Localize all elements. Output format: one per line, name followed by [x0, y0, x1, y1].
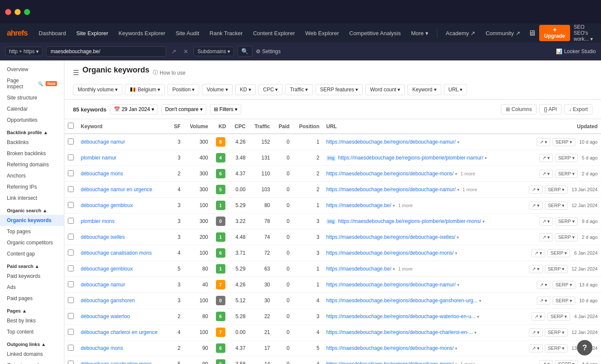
sidebar-item-paid-keywords[interactable]: Paid keywords: [0, 271, 64, 282]
sidebar-item-opportunities[interactable]: Opportunities: [0, 114, 64, 126]
workspace-label[interactable]: SEO SEO's work... ▾: [574, 24, 594, 42]
serp-button[interactable]: SERP ▾: [552, 138, 575, 146]
keyword-cell[interactable]: débouchage canalisation mons: [77, 245, 169, 261]
looker-studio-button[interactable]: 📊 Looker Studio: [556, 48, 596, 54]
dropdown-icon[interactable]: ▾: [483, 219, 485, 224]
row-select-checkbox[interactable]: [68, 313, 74, 319]
nav-content-explorer[interactable]: Content Explorer: [249, 27, 299, 39]
keyword-cell[interactable]: débouchage canalisation mons: [77, 356, 169, 364]
serp-button[interactable]: SERP ▾: [547, 313, 570, 321]
keyword-cell[interactable]: débouchage charleroi en urgence: [77, 325, 169, 340]
dropdown-icon[interactable]: ▾: [455, 251, 457, 256]
keyword-cell[interactable]: débouchage namur en urgence: [77, 182, 169, 198]
filters-button[interactable]: ⊞ Filters ▾: [210, 104, 241, 114]
row-select-checkbox[interactable]: [68, 361, 74, 364]
sidebar-item-top-pages[interactable]: Top pages: [0, 226, 64, 237]
header-url[interactable]: URL: [323, 119, 518, 134]
dropdown-icon[interactable]: ▾: [457, 283, 459, 287]
row-select-checkbox[interactable]: [68, 234, 74, 240]
header-sf[interactable]: SF: [169, 119, 184, 134]
sidebar-section-organic[interactable]: Organic search ▲: [0, 204, 64, 215]
filter-volume[interactable]: Volume ▾: [202, 84, 232, 95]
url-link[interactable]: https://maesdebouchage.be/regions-plombe…: [338, 218, 482, 224]
brand-logo[interactable]: ahrefs: [7, 29, 27, 38]
sidebar-item-best-by-links[interactable]: Best by links: [0, 315, 64, 326]
header-updated[interactable]: Updated: [518, 119, 601, 134]
menu-icon[interactable]: ☰: [73, 69, 79, 77]
sidebar-section-pages[interactable]: Pages ▲: [0, 304, 64, 315]
row-select-checkbox[interactable]: [68, 202, 74, 208]
sidebar-item-referring-domains[interactable]: Referring domains: [0, 159, 64, 170]
export-button[interactable]: ↓ Export: [564, 104, 592, 114]
sidebar-item-backlinks[interactable]: Backlinks: [0, 137, 64, 148]
row-select-checkbox[interactable]: [68, 250, 74, 256]
sidebar-item-site-structure[interactable]: Site structure: [0, 92, 64, 103]
filter-position[interactable]: Position ▾: [167, 84, 199, 95]
more-link[interactable]: 1 more: [462, 187, 477, 192]
url-link[interactable]: https://maesdebouchage.be/regions/debouc…: [326, 234, 455, 240]
url-link[interactable]: https://maesdebouchage.be/regions/debouc…: [326, 298, 477, 304]
nav-site-explorer[interactable]: Site Explorer: [72, 27, 112, 39]
sidebar-item-organic-keywords[interactable]: Organic keywords: [0, 215, 64, 226]
url-link[interactable]: https://maesdebouchage.be/regions-plombe…: [338, 155, 483, 161]
serp-button[interactable]: SERP ▾: [555, 233, 578, 241]
traffic-light-yellow[interactable]: [15, 9, 21, 15]
nav-more[interactable]: More ▾: [407, 27, 432, 39]
url-link[interactable]: https://maesdebouchage.be/regions/debouc…: [326, 313, 476, 319]
serp-button[interactable]: SERP ▾: [545, 328, 568, 337]
traffic-light-green[interactable]: [24, 9, 30, 15]
dropdown-icon[interactable]: ▾: [455, 171, 457, 176]
serp-button[interactable]: SERP ▾: [555, 217, 578, 226]
row-select-checkbox[interactable]: [68, 218, 74, 224]
keyword-cell[interactable]: debouchage namur: [77, 277, 169, 293]
header-keyword[interactable]: Keyword: [77, 119, 169, 134]
keyword-cell[interactable]: débouchage gembloux: [77, 261, 169, 277]
dropdown-icon[interactable]: ▾: [455, 362, 457, 364]
sidebar-item-broken-backlinks[interactable]: Broken backlinks: [0, 148, 64, 159]
nav-competitive-analysis[interactable]: Competitive Analysis: [345, 27, 405, 39]
url-link[interactable]: https://maesdebouchage.be/regions/debouc…: [326, 187, 456, 193]
header-paid[interactable]: Paid: [273, 119, 293, 134]
url-link[interactable]: https://maesdebouchage.be/regions/debouc…: [326, 361, 454, 364]
url-link[interactable]: https://maesdebouchage.be/: [326, 266, 391, 272]
sidebar-item-top-content[interactable]: Top content: [0, 326, 64, 337]
row-select-checkbox[interactable]: [68, 154, 74, 160]
help-button[interactable]: ?: [577, 340, 592, 355]
row-select-checkbox[interactable]: [68, 281, 74, 287]
dropdown-icon[interactable]: ▾: [393, 267, 395, 271]
serp-button[interactable]: SERP ▾: [552, 281, 575, 289]
filter-keyword[interactable]: Keyword ▾: [407, 84, 441, 95]
filter-belgium[interactable]: 🇧🇪 Belgium ▾: [125, 84, 165, 95]
sidebar-item-calendar[interactable]: Calendar: [0, 103, 64, 114]
row-select-checkbox[interactable]: [68, 345, 74, 351]
serp-button[interactable]: SERP ▾: [555, 360, 578, 364]
trend-button[interactable]: ↗ ▾: [529, 202, 543, 210]
serp-button[interactable]: SERP ▾: [545, 186, 568, 194]
sidebar-item-page-inspect[interactable]: Page inspect 🔍 New: [0, 75, 64, 92]
header-kd[interactable]: KD: [212, 119, 230, 134]
nav-community[interactable]: Community ↗: [481, 27, 524, 39]
nav-keywords-explorer[interactable]: Keywords Explorer: [114, 27, 170, 39]
row-select-checkbox[interactable]: [68, 329, 74, 335]
keyword-cell[interactable]: debouchage mons: [77, 340, 169, 356]
trend-button[interactable]: ↗ ▾: [539, 154, 553, 162]
dropdown-icon[interactable]: ▾: [479, 298, 481, 303]
sidebar-item-linked-domains[interactable]: Linked domains: [0, 349, 64, 360]
sidebar-item-ads[interactable]: Ads: [0, 282, 64, 293]
columns-button[interactable]: ⊞ Columns: [501, 104, 537, 114]
sidebar-section-backlink[interactable]: Backlink profile ▲: [0, 126, 64, 137]
row-select-checkbox[interactable]: [68, 297, 74, 303]
how-to-use-link[interactable]: ⓘ How to use: [153, 69, 185, 76]
nav-site-audit[interactable]: Site Audit: [171, 27, 203, 39]
keyword-cell[interactable]: débouchage ixelles: [77, 229, 169, 245]
dropdown-icon[interactable]: ▾: [485, 156, 487, 160]
more-link[interactable]: 1 more: [398, 203, 413, 208]
filter-serp-features[interactable]: SERP features ▾: [316, 84, 363, 95]
dropdown-icon[interactable]: ▾: [474, 330, 477, 335]
url-link[interactable]: https://maesdebouchage.be/regions/debouc…: [326, 345, 454, 351]
serp-button[interactable]: SERP ▾: [545, 202, 568, 210]
keyword-cell[interactable]: plombier namur: [77, 150, 169, 166]
sidebar-section-paid[interactable]: Paid search ▲: [0, 259, 64, 271]
filter-traffic[interactable]: Traffic ▾: [285, 84, 313, 95]
clear-url-icon[interactable]: ✕: [182, 47, 190, 56]
